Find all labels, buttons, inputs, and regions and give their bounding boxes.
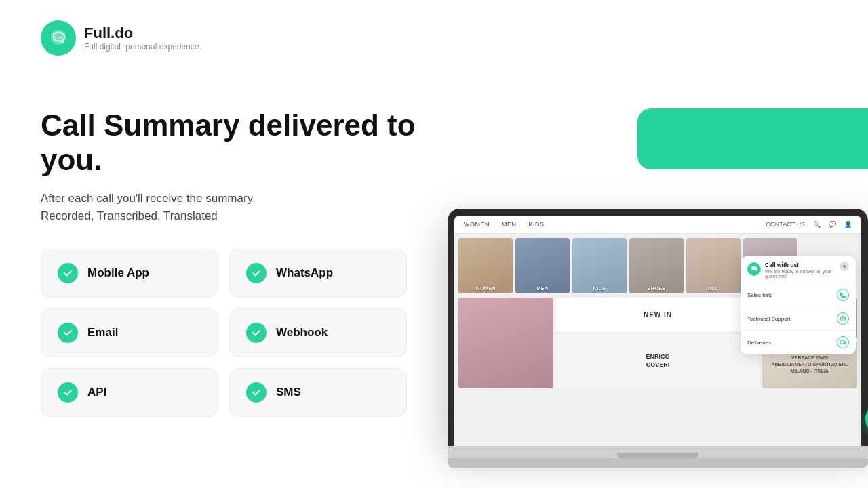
feature-card-whatsapp[interactable]: WhatsApp bbox=[229, 249, 407, 298]
site-nav-kids: KIDS bbox=[529, 221, 545, 228]
header: Full.do Full digital- personal experienc… bbox=[41, 20, 201, 56]
right-mockup-area: WOMEN MEN KIDS CONTACT US 🔍 💬 👤 WOMEN bbox=[427, 88, 868, 468]
teal-accent-shape bbox=[637, 108, 868, 169]
feature-card-api[interactable]: API bbox=[41, 368, 218, 417]
feature-label-api: API bbox=[87, 386, 106, 399]
site-contact-us: CONTACT US bbox=[766, 221, 805, 228]
check-icon-email bbox=[58, 323, 78, 343]
main-heading: Call Summary delivered to you. bbox=[41, 108, 434, 177]
check-icon-whatsapp bbox=[246, 263, 267, 283]
feature-card-email[interactable]: Email bbox=[41, 308, 218, 357]
check-icon-sms bbox=[246, 382, 267, 403]
site-thumb-shoes: SHOES bbox=[629, 238, 684, 293]
feature-card-sms[interactable]: SMS bbox=[229, 368, 407, 417]
laptop-screen-inner: WOMEN MEN KIDS CONTACT US 🔍 💬 👤 WOMEN bbox=[454, 216, 861, 446]
laptop-mockup: WOMEN MEN KIDS CONTACT US 🔍 💬 👤 WOMEN bbox=[448, 209, 868, 468]
thumb-label-acc: ACC bbox=[686, 286, 741, 291]
svg-point-8 bbox=[844, 344, 845, 345]
feature-label-mobile-app: Mobile App bbox=[87, 266, 149, 280]
site-brand-text: ENRICOCOVERI bbox=[646, 353, 669, 369]
chat-option-tech-icon bbox=[837, 312, 849, 325]
logo-subtitle: Full digital- personal experience. bbox=[84, 42, 201, 52]
logo-icon bbox=[41, 20, 76, 56]
features-grid: Mobile App WhatsApp Email Webhook bbox=[41, 249, 407, 417]
subtext1: After each call you'll receive the summa… bbox=[41, 192, 434, 205]
feature-card-mobile-app[interactable]: Mobile App bbox=[41, 249, 218, 298]
svg-point-1 bbox=[55, 37, 56, 38]
site-nav-right: CONTACT US 🔍 💬 👤 bbox=[766, 221, 852, 228]
laptop-screen-outer: WOMEN MEN KIDS CONTACT US 🔍 💬 👤 WOMEN bbox=[448, 209, 868, 446]
thumb-label-men: MEN bbox=[515, 286, 570, 291]
svg-point-5 bbox=[842, 318, 844, 319]
site-brand-detail: VERSACE 19•69ABBIGLIAMENTO SPORTIVO SRLM… bbox=[771, 354, 848, 374]
check-icon-webhook bbox=[246, 323, 267, 343]
site-search-icon: 🔍 bbox=[813, 221, 821, 228]
feature-label-email: Email bbox=[87, 326, 118, 340]
site-bottom-mid: NEW IN ENRICOCOVERI bbox=[556, 298, 760, 388]
feature-label-webhook: Webhook bbox=[276, 326, 328, 340]
chat-bubble-icon bbox=[48, 28, 68, 48]
feature-label-whatsapp: WhatsApp bbox=[276, 266, 333, 280]
logo-text-wrap: Full.do Full digital- personal experienc… bbox=[84, 24, 201, 52]
site-user-icon: 👤 bbox=[844, 221, 852, 228]
laptop-base bbox=[448, 446, 868, 458]
chat-close-button[interactable]: ✕ bbox=[840, 262, 849, 271]
site-brand-box: ENRICOCOVERI bbox=[556, 334, 760, 388]
chat-option-tech[interactable]: Technical Support bbox=[741, 307, 856, 331]
site-nav-women: WOMEN bbox=[464, 221, 490, 228]
site-thumb-men: MEN bbox=[515, 238, 570, 293]
chat-widget-header: Call with us! We are ready to answer all… bbox=[741, 256, 856, 283]
site-thumb-kids: KIDS bbox=[572, 238, 627, 293]
chat-widget-subtitle: We are ready to answer all your question… bbox=[765, 269, 835, 279]
site-nav: WOMEN MEN KIDS CONTACT US 🔍 💬 👤 bbox=[454, 216, 861, 234]
feature-label-sms: SMS bbox=[276, 386, 301, 399]
chat-option-sales[interactable]: Sales help bbox=[741, 283, 856, 307]
site-thumb-women: WOMEN bbox=[458, 238, 513, 293]
svg-point-3 bbox=[60, 37, 62, 38]
chat-option-sales-label: Sales help bbox=[747, 292, 772, 298]
thumb-label-shoes: SHOES bbox=[629, 286, 684, 291]
check-icon-api bbox=[58, 382, 78, 403]
chat-option-deliveries-icon bbox=[837, 336, 849, 348]
chat-widget-title: Call with us! bbox=[765, 262, 835, 268]
site-thumb-acc: ACC bbox=[686, 238, 741, 293]
close-icon: ✕ bbox=[842, 264, 847, 270]
subtext2: Recorded, Transcribed, Translated bbox=[41, 209, 434, 223]
feature-card-webhook[interactable]: Webhook bbox=[229, 308, 407, 357]
thumb-label-women: WOMEN bbox=[458, 286, 513, 291]
chat-option-deliveries-label: Deliveries bbox=[747, 340, 771, 346]
site-bottom-left-img bbox=[458, 298, 553, 388]
chat-widget-icon bbox=[747, 262, 761, 276]
laptop-stand bbox=[448, 458, 868, 468]
site-chat-icon: 💬 bbox=[829, 221, 836, 228]
site-nav-men: MEN bbox=[502, 221, 517, 228]
check-icon-mobile-app bbox=[58, 263, 78, 283]
chat-widget[interactable]: Call with us! We are ready to answer all… bbox=[741, 256, 856, 354]
svg-point-7 bbox=[841, 344, 842, 345]
chat-option-tech-label: Technical Support bbox=[747, 316, 791, 322]
left-content: Call Summary delivered to you. After eac… bbox=[41, 108, 434, 417]
logo-title: Full.do bbox=[84, 24, 201, 42]
site-new-in-label: NEW IN bbox=[556, 298, 760, 331]
svg-rect-6 bbox=[840, 340, 844, 344]
chat-widget-text: Call with us! We are ready to answer all… bbox=[765, 262, 835, 279]
svg-point-2 bbox=[58, 37, 59, 38]
thumb-label-kids: KIDS bbox=[572, 286, 627, 291]
chat-option-sales-icon bbox=[837, 289, 849, 301]
chat-option-deliveries[interactable]: Deliveries bbox=[741, 331, 856, 354]
